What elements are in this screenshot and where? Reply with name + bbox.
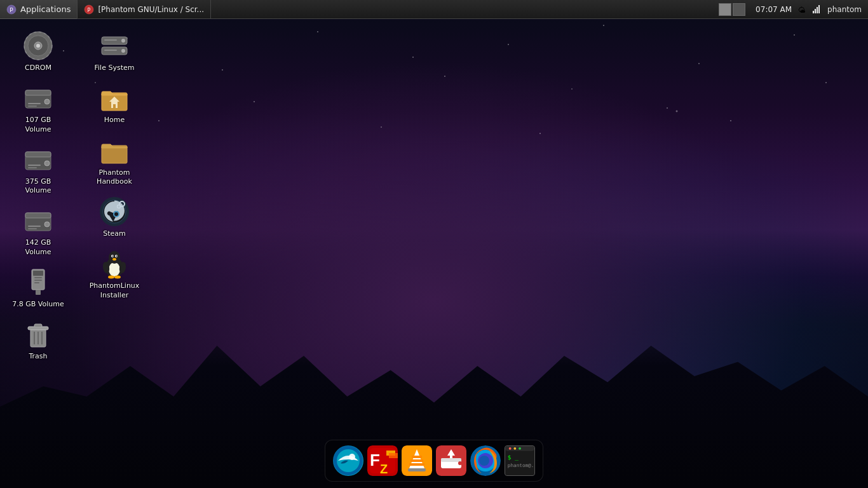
svg-point-94: [509, 447, 512, 450]
svg-rect-27: [28, 226, 41, 227]
cdrom-icon: [23, 30, 53, 61]
svg-text:P: P: [10, 7, 13, 13]
svg-rect-45: [104, 39, 117, 41]
filezilla-icon: F Z: [367, 445, 398, 476]
dock-filezilla[interactable]: F Z: [367, 445, 398, 476]
dock-terminal[interactable]: $ _ phantom@...: [505, 445, 535, 476]
dock: F Z: [325, 440, 543, 482]
vol107-icon-item[interactable]: 107 GBVolume: [6, 78, 70, 139]
svg-point-43: [121, 39, 125, 43]
weather-icon[interactable]: 🌤: [797, 4, 807, 15]
svg-rect-31: [36, 290, 41, 295]
tab-title: [Phantom GNU/Linux / Scr...: [98, 5, 204, 14]
thunderbird-icon: [333, 445, 363, 476]
svg-rect-20: [25, 152, 51, 157]
svg-text:Z: Z: [380, 462, 388, 476]
vol78-label: 7.8 GB Volume: [12, 300, 64, 309]
hdd-107-icon: [23, 83, 53, 113]
svg-rect-23: [28, 167, 37, 168]
vlc-icon: [402, 445, 432, 476]
cdrom-icon-item[interactable]: CDROM: [6, 25, 70, 78]
phantom-favicon-icon: P: [84, 4, 94, 15]
trash-label: Trash: [29, 352, 47, 361]
desktop-icons-left: CDROM 107 GBVolume 375 GBVolume: [6, 25, 70, 367]
clock: 07:07 AM: [756, 5, 792, 14]
workspace-switcher[interactable]: [719, 3, 745, 16]
svg-point-68: [114, 276, 121, 279]
svg-rect-18: [28, 105, 37, 107]
workspace-2-button[interactable]: [733, 3, 745, 16]
svg-rect-84: [441, 458, 461, 462]
svg-point-44: [121, 49, 125, 53]
svg-rect-80: [412, 456, 422, 458]
svg-rect-8: [818, 5, 820, 13]
phantom-handbook-label: Phantom Handbook: [85, 168, 144, 187]
svg-point-16: [44, 99, 50, 104]
svg-rect-33: [34, 280, 42, 281]
svg-point-58: [109, 262, 120, 276]
svg-rect-28: [28, 228, 37, 229]
svg-rect-81: [408, 468, 426, 471]
steam-app-icon: [99, 196, 130, 227]
svg-text:F: F: [370, 451, 380, 470]
dock-vlc[interactable]: [402, 445, 432, 476]
svg-rect-22: [28, 165, 41, 166]
svg-rect-6: [815, 9, 816, 13]
filesystem-label: File System: [95, 64, 135, 72]
svg-point-59: [109, 251, 120, 264]
phantom-handbook-icon-item[interactable]: Phantom Handbook: [83, 130, 146, 192]
dock-unetbootin[interactable]: [436, 445, 466, 476]
applications-menu[interactable]: P Applications: [0, 0, 78, 19]
home-label: Home: [104, 116, 125, 125]
trash-icon: [23, 319, 53, 349]
steam-icon-item[interactable]: Steam: [83, 191, 146, 243]
svg-rect-46: [104, 50, 117, 51]
svg-rect-7: [817, 7, 818, 13]
filesystem-hdd-icon: [99, 30, 130, 61]
dock-thunderbird[interactable]: [333, 445, 363, 476]
workspace-1-button[interactable]: [719, 3, 731, 16]
svg-rect-25: [25, 213, 51, 218]
svg-point-12: [36, 44, 40, 48]
steam-label: Steam: [103, 229, 126, 238]
username-label[interactable]: phantom: [827, 5, 862, 14]
hdd-142-icon: [23, 205, 53, 236]
svg-point-62: [112, 255, 114, 257]
taskbar: P Applications P [Phantom GNU/Linux / Sc…: [0, 0, 868, 19]
svg-rect-17: [28, 103, 41, 104]
svg-point-67: [108, 276, 114, 279]
svg-rect-79: [410, 459, 423, 462]
svg-point-96: [519, 447, 521, 450]
vol78-icon-item[interactable]: 7.8 GB Volume: [6, 262, 70, 314]
svg-rect-87: [450, 453, 452, 458]
terminal-icon: $ _ phantom@...: [505, 445, 535, 476]
vol375-icon-item[interactable]: 375 GBVolume: [6, 139, 70, 201]
linux-installer-icon-item[interactable]: PhantomLinuxInstaller: [83, 243, 146, 305]
unetbootin-icon: [436, 445, 466, 476]
taskbar-right: 07:07 AM 🌤 phantom: [712, 3, 868, 16]
svg-rect-5: [813, 11, 814, 13]
svg-point-95: [513, 447, 516, 450]
svg-point-26: [44, 222, 50, 227]
svg-rect-32: [34, 277, 42, 278]
svg-point-91: [479, 456, 489, 466]
desktop-icons-right: File System Home Phantom Handbook: [83, 25, 146, 305]
trash-icon-item[interactable]: Trash: [6, 314, 70, 366]
hdd-375-icon: [23, 144, 53, 175]
home-folder-icon: [99, 83, 130, 113]
svg-text:phantom@...: phantom@...: [508, 463, 534, 468]
svg-text:P: P: [88, 8, 91, 13]
linux-installer-label: PhantomLinuxInstaller: [90, 281, 140, 300]
vol142-icon-item[interactable]: 142 GBVolume: [6, 200, 70, 262]
svg-rect-30: [33, 271, 43, 276]
svg-rect-37: [34, 324, 42, 327]
browser-tab[interactable]: P [Phantom GNU/Linux / Scr...: [78, 0, 211, 19]
home-icon-item[interactable]: Home: [83, 78, 146, 130]
svg-point-85: [458, 461, 462, 465]
linux-tux-icon: [99, 248, 130, 279]
phantom-logo-icon: P: [6, 4, 17, 15]
filesystem-icon-item[interactable]: File System: [83, 25, 146, 78]
dock-firefox[interactable]: [470, 445, 501, 476]
phantom-handbook-folder-icon: [99, 135, 130, 166]
network-signal-icon[interactable]: [812, 4, 822, 15]
